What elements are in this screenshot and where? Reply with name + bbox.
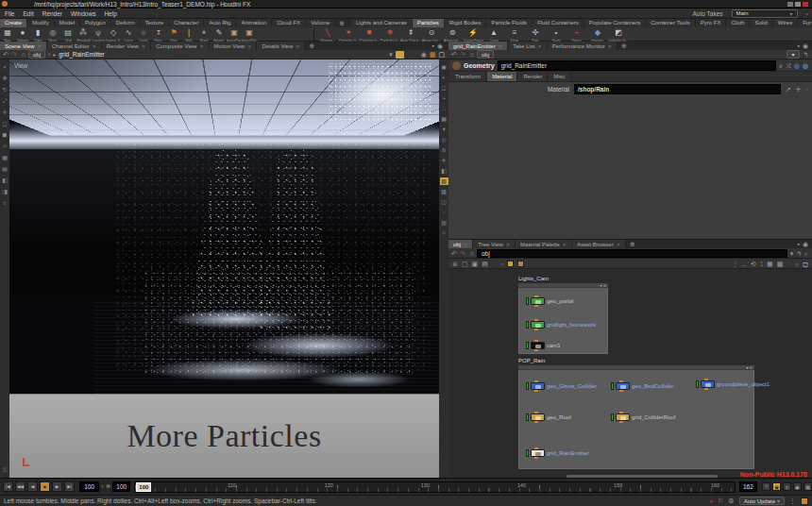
tool-circle[interactable]: ○Circle	[136, 28, 151, 42]
shelf-tab-deform[interactable]: Deform	[111, 19, 141, 27]
scene-viewport[interactable]: View More Particles	[9, 59, 439, 478]
shelf-tab-texture[interactable]: Texture	[140, 19, 169, 27]
tool-fire[interactable]: ⚑Fire	[166, 28, 181, 42]
network-gridsnap-icon[interactable]	[767, 260, 773, 268]
step-back-button[interactable]	[15, 481, 25, 492]
geometry-node-icon[interactable]	[531, 413, 545, 421]
pane-maximize-icon[interactable]	[431, 42, 433, 50]
snap-prim-icon[interactable]	[1, 165, 9, 173]
range-limit-icon[interactable]	[101, 482, 104, 491]
path-back-icon[interactable]	[451, 249, 457, 258]
close-icon[interactable]	[247, 43, 251, 49]
template-flag[interactable]	[526, 342, 529, 349]
display-persp-icon[interactable]	[440, 63, 448, 71]
shelf-tab-fur[interactable]: Fur	[798, 19, 812, 27]
jump-to-start-button[interactable]	[3, 481, 13, 492]
tool-spacepaint-1[interactable]: ▣SpacePai...	[227, 28, 242, 42]
netbox-title[interactable]: Lights_Cam	[518, 276, 549, 281]
snap-multi-icon[interactable]	[1, 188, 9, 195]
template-flag[interactable]	[526, 382, 529, 390]
timeline-ruler[interactable]: 110 120 130 140 150 160 100	[134, 481, 735, 493]
tool-sphere[interactable]: ●Sphere	[15, 28, 30, 42]
tool-particles-from-3[interactable]: ✵Particles fr...	[380, 28, 400, 42]
close-icon[interactable]	[199, 43, 203, 49]
param-path-root-chip[interactable]: obj	[477, 50, 494, 59]
geometry-node-icon[interactable]	[616, 382, 630, 390]
takes-menu-icon[interactable]	[806, 9, 808, 18]
close-icon[interactable]	[506, 242, 510, 247]
shelf-tab-volume[interactable]: Volume	[306, 19, 335, 27]
netbox-title[interactable]: POP_Rain	[518, 358, 545, 363]
view-lasso-icon[interactable]	[421, 50, 427, 59]
shelf-tab-populate-containers[interactable]: Populate Containers	[584, 19, 646, 27]
pane-tab-obj[interactable]: obj	[448, 240, 473, 248]
path-current-node[interactable]: grid_RainEmitter	[59, 51, 104, 58]
network-search-icon[interactable]	[804, 249, 808, 258]
template-flag[interactable]	[611, 382, 614, 390]
cook-mode-selector[interactable]: Auto Update	[739, 497, 785, 505]
display-selected-icon[interactable]	[440, 188, 448, 195]
status-error-icon[interactable]	[709, 498, 713, 504]
path-root-chip[interactable]: obj	[28, 50, 45, 59]
display-misc-icon[interactable]	[440, 229, 448, 237]
shelf-tab-polygon[interactable]: Polygon	[80, 19, 111, 27]
pane-menu-icon[interactable]	[803, 42, 808, 50]
close-icon[interactable]	[608, 43, 612, 49]
tool-lsystem[interactable]: ψLsystem	[91, 28, 106, 42]
display-fog-icon[interactable]	[440, 146, 448, 154]
pane-tab-take-list[interactable]: Take List	[508, 42, 548, 50]
netbox-header[interactable]	[518, 365, 754, 370]
shelf-tab-create[interactable]: Create	[0, 19, 27, 27]
new-pane-tab-icon[interactable]	[621, 42, 627, 50]
path-forward-icon[interactable]	[11, 50, 17, 59]
menu-edit[interactable]: Edit	[23, 10, 33, 17]
network-dots-icon[interactable]	[742, 260, 747, 268]
path-forward-icon[interactable]	[460, 50, 465, 59]
playbar-options-icon[interactable]	[783, 482, 791, 491]
network-back-arrow-icon[interactable]	[796, 249, 802, 258]
stop-button[interactable]	[40, 481, 50, 492]
tool-font[interactable]: TFont	[151, 28, 166, 42]
network-more-icon[interactable]	[732, 260, 738, 268]
shelf-tab-particles[interactable]: Particles	[413, 19, 445, 27]
window-minimize-button[interactable]	[787, 2, 793, 7]
misc-tool-icon[interactable]	[1, 199, 9, 207]
network-canvas[interactable]: Lights_Cam geo_portal gridlight_homework…	[448, 269, 812, 479]
menu-file[interactable]: File	[5, 10, 14, 17]
pane-maximize-icon[interactable]	[797, 42, 799, 50]
play-reverse-button[interactable]	[27, 481, 38, 492]
shelf-tab-cloth[interactable]: Cloth	[726, 19, 750, 27]
window-close-button[interactable]	[803, 2, 808, 7]
tool-spacepaint-2[interactable]: ▣SpacePai...	[242, 28, 257, 42]
network-orange-flag-icon[interactable]	[517, 261, 524, 267]
template-flag[interactable]	[526, 321, 529, 329]
shelf-tab-fluid-containers[interactable]: Fluid Containers	[533, 19, 584, 27]
path-forward-icon[interactable]	[460, 249, 465, 258]
node-geo-ghost-collider[interactable]: geo_Ghost_Collider	[526, 381, 597, 391]
range-lock-icon[interactable]	[106, 482, 110, 491]
camera-select-caret-icon[interactable]	[389, 50, 393, 59]
node-groundplane-object1[interactable]: groundplane_object1	[696, 380, 770, 389]
display-lights-icon[interactable]	[440, 126, 448, 133]
shelf-tab-cloudfx[interactable]: Cloud FX	[272, 19, 306, 27]
network-badges-icon[interactable]	[472, 260, 479, 268]
tool-tube[interactable]: ▮Tube	[30, 28, 45, 42]
display-volume-icon[interactable]	[440, 219, 448, 227]
netbox-header[interactable]	[518, 283, 608, 288]
display-handles-icon[interactable]	[440, 157, 448, 164]
path-back-icon[interactable]	[451, 50, 457, 59]
jump-to-end-button[interactable]	[64, 481, 75, 492]
memory-indicator-icon[interactable]	[801, 498, 808, 505]
shelf-tab-rigid-bodies[interactable]: Rigid Bodies	[445, 19, 487, 27]
network-names-icon[interactable]	[482, 260, 488, 268]
tool-collision-detect[interactable]: ◩Collision D...	[608, 28, 629, 42]
network-display-icon[interactable]	[462, 260, 468, 268]
new-pane-tab-icon[interactable]	[309, 42, 314, 50]
close-icon[interactable]	[617, 242, 620, 247]
template-flag[interactable]	[611, 413, 614, 421]
display-group-icon[interactable]	[440, 167, 448, 175]
handles-tool-icon[interactable]	[1, 109, 9, 116]
network-color-icon[interactable]	[501, 260, 503, 268]
view-layout-icon[interactable]	[438, 50, 445, 59]
status-more-icon[interactable]	[789, 497, 796, 505]
